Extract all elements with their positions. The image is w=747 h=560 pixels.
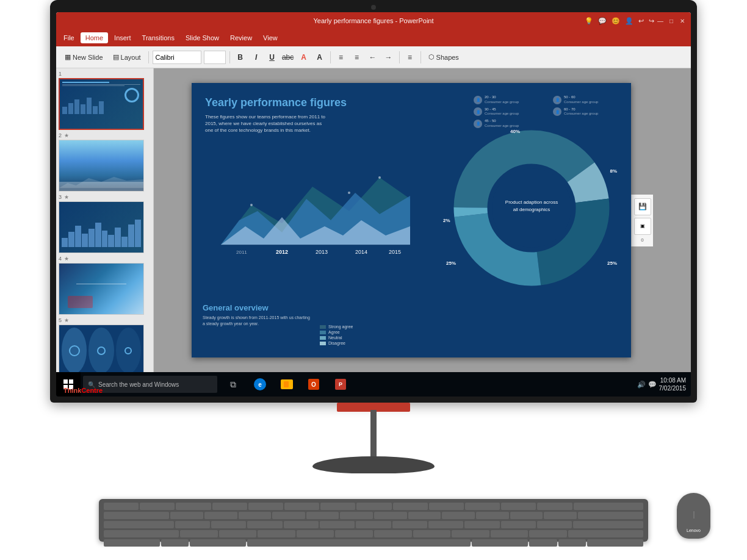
slide-item-1[interactable]: 1 <box>59 71 151 130</box>
key <box>408 512 441 519</box>
slide-thumb-3[interactable] <box>59 201 144 253</box>
volume-icon[interactable]: 🔊 <box>637 381 646 389</box>
menu-insert[interactable]: Insert <box>109 32 136 43</box>
key-shift-r <box>568 530 643 537</box>
save-tool-btn[interactable]: 💾 <box>634 198 651 215</box>
key <box>340 512 373 519</box>
powerpoint-icon[interactable]: P <box>327 372 354 397</box>
separator-1 <box>148 51 149 63</box>
key <box>176 503 211 510</box>
legend-square-3 <box>320 336 326 340</box>
menu-review[interactable]: Review <box>225 32 257 43</box>
overview-title: General overview <box>203 303 312 312</box>
slide-item-4[interactable]: 4★ <box>59 256 151 315</box>
key-caps <box>104 521 174 528</box>
slide-item-5[interactable]: 5★ <box>59 317 151 372</box>
redo-icon[interactable]: ↪ <box>649 17 654 25</box>
slide-thumb-2[interactable] <box>59 140 144 192</box>
new-slide-icon: ▦ <box>65 53 71 61</box>
key <box>212 503 247 510</box>
slide-item-2[interactable]: 2★ <box>59 132 151 192</box>
underline-btn[interactable]: U <box>265 51 279 64</box>
slide-thumb-5[interactable] <box>59 325 144 372</box>
key-row-5 <box>104 539 643 547</box>
shapes-icon: ⬡ <box>428 53 435 61</box>
font-size-input[interactable] <box>204 51 226 64</box>
office-icon[interactable]: O <box>300 372 327 397</box>
svg-text:2015: 2015 <box>389 249 401 255</box>
list-num-btn[interactable]: ≡ <box>350 51 364 64</box>
shapes-btn[interactable]: ⬡ Shapes <box>425 52 463 62</box>
key <box>476 512 509 519</box>
italic-btn[interactable]: I <box>250 51 263 64</box>
taskbar-search[interactable]: 🔍 Search the web and Windows <box>83 376 217 393</box>
app-window: Yearly performance figures - PowerPoint … <box>56 12 691 372</box>
slide-item-3[interactable]: 3★ <box>59 194 151 253</box>
key <box>428 521 463 528</box>
camera <box>371 5 376 10</box>
key-ctrl <box>104 539 160 547</box>
menu-file[interactable]: File <box>59 32 79 43</box>
menu-transitions[interactable]: Transitions <box>137 32 179 43</box>
menu-slideshow[interactable]: Slide Show <box>181 32 224 43</box>
indent-left-btn[interactable]: ← <box>366 51 380 64</box>
key <box>452 530 489 537</box>
search-text: Search the web and Windows <box>98 381 179 388</box>
new-slide-btn[interactable]: ▦ New Slide <box>61 49 107 65</box>
key-enter <box>578 512 643 519</box>
legend-item-1: 👤 20 - 30Consumer age group <box>474 95 541 105</box>
edge-icon[interactable]: e <box>247 372 273 397</box>
strikethrough-btn[interactable]: abc <box>281 51 295 64</box>
taskbar: 🔍 Search the web and Windows ⧉ e O <box>56 372 691 397</box>
align-btn[interactable]: ≡ <box>403 51 417 64</box>
key <box>247 521 282 528</box>
minimize-btn[interactable]: — <box>657 17 664 24</box>
slide-editor[interactable]: Yearly performance figures These figures… <box>154 68 691 372</box>
slide-thumb-4[interactable] <box>59 263 144 315</box>
close-btn[interactable]: ✕ <box>679 17 686 24</box>
maximize-btn[interactable]: □ <box>668 17 675 24</box>
list-btn[interactable]: ≡ <box>334 51 348 64</box>
menu-view[interactable]: View <box>258 32 283 43</box>
key <box>180 530 218 537</box>
slide-number-2: 2★ <box>59 132 151 138</box>
legend-square-1 <box>320 325 326 329</box>
key <box>573 521 643 528</box>
person-icon-1: 👤 <box>474 96 482 104</box>
legend-agree: Agree <box>320 330 393 334</box>
file-explorer-icon[interactable] <box>273 372 300 397</box>
slide-thumb-1[interactable] <box>59 78 144 130</box>
key <box>175 521 210 528</box>
key <box>491 530 529 537</box>
legend-square-2 <box>320 331 326 334</box>
key <box>464 521 499 528</box>
highlight-btn[interactable]: A <box>313 51 327 64</box>
menu-home[interactable]: Home <box>81 32 108 43</box>
key <box>297 530 334 537</box>
svg-text:Product adaption across: Product adaption across <box>505 199 558 205</box>
mouse: Lenovo <box>677 493 710 539</box>
key <box>442 512 475 519</box>
key <box>429 503 464 510</box>
indent-right-btn[interactable]: → <box>382 51 395 64</box>
font-family-input[interactable] <box>153 51 201 64</box>
monitor-neck <box>370 410 377 459</box>
key-row-2 <box>104 512 643 519</box>
notes-tool-btn[interactable]: ▣ <box>634 218 651 235</box>
key-shift-l <box>104 530 179 537</box>
toolbar: ▦ New Slide ▤ Layout B I U abc A <box>56 46 691 68</box>
share-icon: 👤 <box>625 17 633 25</box>
bold-btn[interactable]: B <box>234 51 247 64</box>
main-content: 1 <box>56 68 691 372</box>
layout-btn[interactable]: ▤ Layout <box>109 49 145 65</box>
key-menu <box>558 539 586 547</box>
pct-2: 2% <box>443 218 450 223</box>
font-color-btn[interactable]: A <box>297 51 311 64</box>
slide-number-3: 3★ <box>59 194 151 200</box>
key <box>413 530 451 537</box>
key <box>392 521 427 528</box>
desktop: Yearly performance figures - PowerPoint … <box>56 12 691 397</box>
undo-icon[interactable]: ↩ <box>638 17 644 25</box>
task-view-btn[interactable]: ⧉ <box>220 372 247 397</box>
notification-icon[interactable]: 💬 <box>648 381 657 389</box>
